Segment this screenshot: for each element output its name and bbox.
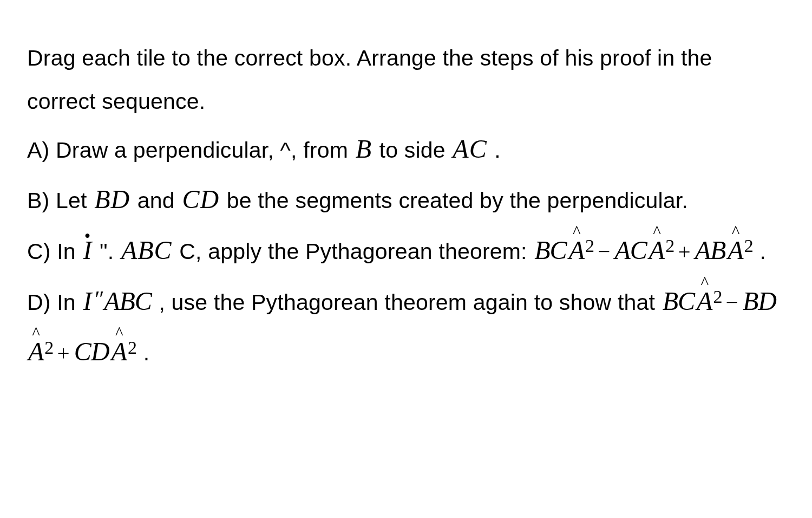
math-var-AC: AC [451,134,488,163]
math-CD-d: CD [73,337,110,366]
option-d-prefix: D) In [27,290,82,315]
math-minus-d: − [723,290,742,315]
option-c-prefix: C) In [27,239,82,264]
option-a-mid: to side [373,138,451,163]
option-c: C) In I ". ABC C, apply the Pythagorean … [27,225,785,276]
option-d-aftertri: , use the Pythagorean theorem again to s… [153,290,662,315]
math-plus-1: + [675,239,693,264]
math-plus-d: + [54,340,73,365]
math-var-ABC-d: ABC [103,287,153,315]
option-b-mid: and [131,188,181,213]
math-sup-d2: 2 [44,338,54,358]
math-sup-3: 2 [744,236,754,256]
math-sup-1: 2 [585,236,594,256]
math-BD-d: BD [742,287,777,315]
option-c-aftertri: C, apply the Pythagorean theorem: [173,239,534,264]
math-var-I-dot: I [82,225,93,276]
math-sup-d1: 2 [713,287,722,307]
option-a-prefix: A) Draw a perpendicular, ^, from [27,138,355,163]
math-AB: AB [694,236,727,264]
math-BC: BC [533,236,567,264]
math-Ahat-1: A [568,225,586,276]
math-Ahat-d3: A [110,326,129,377]
option-c-suffix: . [754,239,766,264]
instruction-line: Drag each tile to the correct box. Arran… [27,37,785,124]
math-var-I: I [82,287,93,315]
math-minus-1: − [594,239,613,264]
math-double-prime: ″ [93,287,103,312]
option-a-suffix: . [488,138,501,163]
math-Ahat-3: A [726,225,745,276]
math-AC: AC [614,236,648,264]
math-var-CD: CD [181,185,220,213]
option-a: A) Draw a perpendicular, ^, from B to si… [27,124,785,174]
math-sup-d3: 2 [128,338,137,358]
problem-text: Drag each tile to the correct box. Arran… [0,0,812,377]
math-var-BD: BD [93,185,131,213]
math-sup-2: 2 [665,236,675,256]
math-BC-d: BC [662,287,696,315]
math-Ahat-d2: A [27,326,45,377]
option-d-suffix: . [137,340,149,365]
math-var-B: B [355,134,373,163]
option-b: B) Let BD and CD be the segments created… [27,174,785,225]
math-var-ABC: ABC [120,236,173,264]
option-d: D) In I″ABC , use the Pythagorean theore… [27,276,785,377]
option-b-suffix: be the segments created by the perpendic… [220,188,688,213]
option-c-quotes: ". [93,239,120,264]
math-Ahat-d1: A [696,276,714,327]
math-Ahat-2: A [648,225,666,276]
option-b-prefix: B) Let [27,188,93,213]
